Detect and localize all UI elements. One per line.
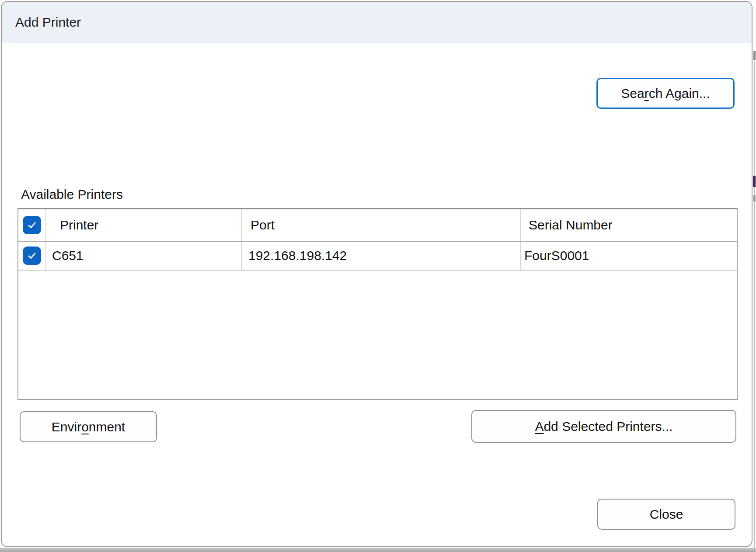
close-label: Close [650, 507, 683, 522]
printer-table-row[interactable]: C651 192.168.198.142 FourS0001 [18, 242, 737, 271]
dialog-titlebar[interactable]: Add Printer [2, 2, 752, 43]
table-header-row: Printer Port Serial Number [18, 209, 737, 242]
environment-label-pre: Envir [52, 420, 81, 434]
add-selected-printers-button[interactable]: Add Selected Printers... [471, 410, 736, 443]
header-select-all-checkbox-cell [18, 209, 46, 241]
background-window-edge-mark [753, 176, 756, 187]
search-again-label-pre: Sea [621, 86, 644, 101]
search-again-label-mnemonic: r [645, 86, 649, 101]
search-again-label-post: ch Again... [649, 86, 710, 101]
dialog-title: Add Printer [15, 15, 81, 30]
row-checkbox-cell [18, 242, 46, 270]
environment-label-post: nment [89, 420, 125, 434]
column-header-serial-number: Serial Number [521, 209, 737, 241]
check-icon [26, 250, 38, 261]
row-serial-number: FourS0001 [521, 242, 737, 270]
available-printers-table: Printer Port Serial Number C651 192.168.… [17, 208, 738, 400]
environment-label-mnemonic: o [81, 420, 89, 434]
check-icon [26, 219, 38, 231]
add-selected-label-mnemonic: A [535, 419, 543, 434]
search-again-button[interactable]: Search Again... [596, 78, 735, 109]
row-printer-name: C651 [46, 242, 242, 270]
environment-button[interactable]: Environment [20, 411, 157, 442]
select-all-checkbox[interactable] [23, 216, 41, 234]
add-printer-dialog: Add Printer Search Again... Available Pr… [1, 1, 753, 547]
screen: Add Printer Search Again... Available Pr… [0, 0, 756, 552]
available-printers-label: Available Printers [21, 187, 123, 202]
background-window-right-edge [754, 61, 755, 548]
close-button[interactable]: Close [597, 499, 735, 530]
background-window-edge-mark [753, 195, 756, 201]
row-port: 192.168.198.142 [242, 242, 521, 270]
column-header-port: Port [242, 209, 521, 241]
background-window-bottom-edge [0, 548, 756, 552]
row-checkbox[interactable] [23, 246, 41, 265]
add-selected-label-post: dd Selected Printers... [543, 419, 672, 434]
column-header-printer: Printer [46, 209, 242, 241]
background-window-edge-mark [753, 51, 756, 60]
